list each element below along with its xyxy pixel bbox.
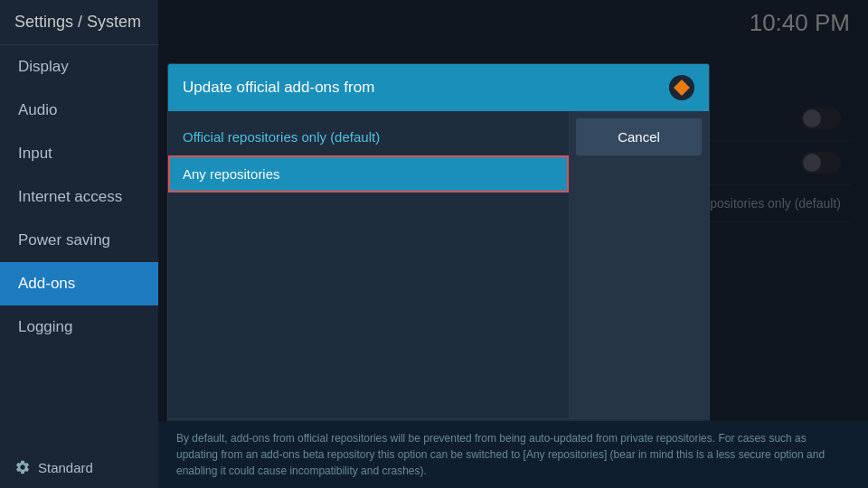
gear-icon (14, 459, 31, 475)
sidebar-item-input[interactable]: Input (0, 132, 158, 175)
dialog-update-addons: Update official add-ons from Official re… (167, 63, 710, 445)
dialog-body: Official repositories only (default) Any… (168, 111, 709, 418)
sidebar-item-logging[interactable]: Logging (0, 305, 158, 349)
info-bar: By default, add-ons from official reposi… (158, 421, 868, 488)
settings-title: Settings / System (14, 13, 141, 32)
dialog-list: Official repositories only (default) Any… (168, 111, 569, 418)
info-text: By default, add-ons from official reposi… (176, 432, 825, 477)
option-any-repos[interactable]: Any repositories (168, 155, 569, 192)
sidebar-item-audio[interactable]: Audio (0, 89, 158, 132)
sidebar-item-add-ons[interactable]: Add-ons (0, 262, 158, 305)
sidebar-bottom: Standard (0, 446, 158, 488)
dialog-header: Update official add-ons from (168, 64, 709, 111)
sidebar-item-internet-access[interactable]: Internet access (0, 175, 158, 219)
kodi-logo-inner (674, 80, 690, 96)
kodi-logo (669, 75, 694, 100)
cancel-button[interactable]: Cancel (576, 118, 702, 155)
main-content: 10:40 PM General l updates automatically… (158, 0, 868, 488)
sidebar: Settings / System Display Audio Input In… (0, 0, 158, 488)
sidebar-item-power-saving[interactable]: Power saving (0, 219, 158, 262)
option-official-repos[interactable]: Official repositories only (default) (168, 118, 569, 155)
profile-label: Standard (38, 460, 93, 475)
sidebar-item-display[interactable]: Display (0, 45, 158, 89)
app-title: Settings / System (0, 0, 158, 45)
dialog-actions: Cancel (569, 111, 709, 418)
dialog-title: Update official add-ons from (183, 79, 374, 97)
